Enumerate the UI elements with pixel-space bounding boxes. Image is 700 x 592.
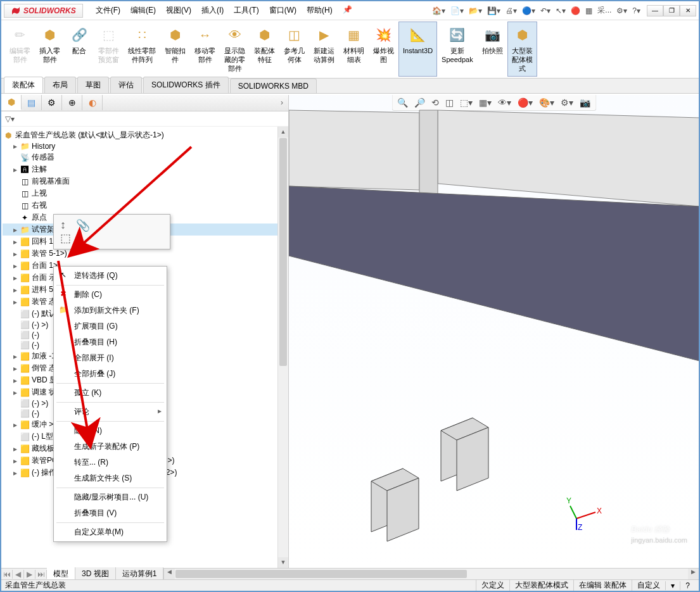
help-icon[interactable]: ?▾ [631, 6, 642, 15]
context-item[interactable]: 折叠项目 (V) [54, 505, 167, 521]
ribbon-btn-15[interactable]: 📷拍快照 [478, 22, 507, 77]
ribbon-btn-5[interactable]: ⬢智能扣 件 [160, 22, 190, 77]
expand-icon[interactable]: ▸ [11, 286, 19, 294]
close-button[interactable]: ✕ [680, 5, 696, 16]
expand-icon[interactable]: ▸ [11, 261, 19, 270]
tree-filter[interactable]: ▽▾ [1, 111, 288, 127]
expand-icon[interactable]: ▸ [11, 165, 19, 174]
ribbon-btn-16[interactable]: ⬢大型装 配体模 式 [507, 22, 537, 77]
context-item[interactable]: 隐藏/显示树项目... (U) [54, 489, 167, 505]
print-icon[interactable]: 🖨▾ [504, 6, 518, 15]
undo-icon[interactable]: ↶▾ [539, 6, 552, 15]
tab-0[interactable]: 装配体 [4, 77, 43, 93]
ribbon-btn-7[interactable]: 👁显示隐 藏的零 部件 [220, 22, 250, 77]
context-item[interactable]: 生成新子装配体 (P) [54, 439, 167, 455]
menu-window[interactable]: 窗口(W) [264, 3, 302, 18]
options-icon[interactable]: 🔴 [570, 6, 582, 15]
expand-icon[interactable]: ▸ [11, 298, 19, 306]
expand-icon[interactable]: ▸ [11, 237, 19, 246]
context-item[interactable]: 全部折叠 (J) [54, 366, 167, 382]
panel-tab-config-icon[interactable]: ⚙ [42, 95, 62, 110]
menu-file[interactable]: 文件(F) [91, 3, 125, 18]
viewport[interactable]: 🔍 🔎 ⟲ ◫ ⬚▾ ▦▾ 👁▾ 🔴▾ 🎨▾ ⚙▾ 📷 🏠 ⬢ 📂 🅰 ◐ 🔴 … [289, 95, 699, 568]
hscroll-left-icon[interactable]: ◀ [164, 569, 175, 579]
expand-icon[interactable]: ▸ [11, 388, 19, 397]
mini-box-icon[interactable]: ⬚ [60, 231, 71, 245]
menu-view[interactable]: 视图(V) [161, 3, 196, 18]
expand-icon[interactable]: ▸ [11, 142, 19, 151]
tree-item[interactable]: ▸🅰注解 [3, 163, 287, 175]
panel-tab-expand-icon[interactable]: › [103, 95, 288, 111]
ribbon-btn-0[interactable]: ✏编辑零 部件 [5, 22, 35, 77]
tree-item[interactable]: ▸📁History [3, 141, 287, 151]
tree-item[interactable]: ◫右视 [3, 199, 287, 211]
context-item[interactable]: ✖删除 (C) [54, 287, 167, 303]
context-item[interactable]: 📁添加到新文件夹 (F) [54, 303, 167, 318]
rebuild-icon[interactable]: 🔵▾ [521, 6, 537, 15]
tree-item[interactable]: 📡传感器 [3, 151, 287, 163]
ext-label[interactable]: 采... [596, 5, 613, 16]
settings-icon[interactable]: ⚙▾ [615, 6, 628, 15]
context-item[interactable]: 转至... (R) [54, 455, 167, 470]
tab-5[interactable]: SOLIDWORKS MBD [230, 79, 317, 93]
status-help-icon[interactable]: ? [680, 581, 695, 590]
tab-next-icon[interactable]: ▶ [24, 570, 35, 579]
context-item[interactable]: 孤立 (K) [54, 385, 167, 401]
tab-1[interactable]: 布局 [44, 77, 76, 93]
grid-icon[interactable]: ▦ [584, 6, 594, 15]
maximize-button[interactable]: ❐ [663, 5, 680, 16]
scroll-thumb[interactable] [279, 138, 287, 366]
tree-item[interactable]: ◫上视 [3, 187, 287, 199]
mini-move-icon[interactable]: ↕ [60, 218, 66, 232]
context-item[interactable]: 扩展项目 (G) [54, 318, 167, 334]
ribbon-btn-9[interactable]: ◫参考几 何体 [279, 22, 309, 77]
context-item[interactable]: 自定义菜单(M) [54, 524, 167, 540]
minimize-button[interactable]: — [647, 5, 663, 16]
menu-tools[interactable]: 工具(T) [229, 3, 264, 18]
scroll-down-icon[interactable]: ▼ [278, 557, 288, 568]
bottom-tab-model[interactable]: 模型 [47, 567, 75, 581]
expand-icon[interactable]: ▸ [11, 444, 19, 453]
expand-icon[interactable]: ▸ [11, 249, 19, 258]
expand-icon[interactable]: ▸ [11, 352, 19, 361]
expand-icon[interactable]: ▸ [11, 364, 19, 373]
context-item[interactable]: 折叠项目 (H) [54, 334, 167, 350]
context-item[interactable]: 全部展开 (I) [54, 350, 167, 366]
expand-icon[interactable]: ▸ [11, 457, 19, 465]
tab-3[interactable]: 评估 [110, 77, 142, 93]
ribbon-btn-13[interactable]: 📐Instant3D [398, 22, 437, 77]
hscroll-thumb[interactable] [175, 570, 467, 578]
ribbon-btn-8[interactable]: ⬢装配体 特征 [250, 22, 279, 77]
ribbon-btn-1[interactable]: ⬢插入零 部件 [35, 22, 65, 77]
panel-tab-property-icon[interactable]: ▤ [22, 95, 42, 110]
status-custom[interactable]: 自定义 [632, 580, 665, 591]
menu-edit[interactable]: 编辑(E) [125, 3, 161, 18]
tab-prev-icon[interactable]: ◀ [13, 570, 24, 579]
expand-icon[interactable]: ▸ [11, 274, 19, 282]
mini-clip-icon[interactable]: 📎 [76, 218, 90, 232]
ribbon-btn-10[interactable]: ▶新建运 动算例 [309, 22, 339, 77]
context-item[interactable]: ↖逆转选择 (Q) [54, 268, 167, 284]
menu-insert[interactable]: 插入(I) [196, 3, 229, 18]
tree-root[interactable]: ⬢ 采血管生产线总装 (默认<默认_显示状态-1>) [3, 129, 287, 141]
ribbon-btn-2[interactable]: 🔗配合 [65, 22, 94, 77]
bottom-tab-motion[interactable]: 运动算例1 [116, 567, 164, 581]
tree-scrollbar[interactable]: ▲ ▼ [277, 127, 288, 568]
context-item[interactable]: 隐藏 (N) [54, 423, 167, 439]
context-item[interactable]: 生成新文件夹 (S) [54, 470, 167, 486]
ribbon-btn-14[interactable]: 🔄更新 Speedpak [437, 22, 478, 77]
ribbon-btn-3[interactable]: ⬚零部件 预览窗 [94, 22, 124, 77]
menu-help[interactable]: 帮助(H) [302, 3, 338, 18]
tab-last-icon[interactable]: ⏭ [35, 570, 47, 579]
context-item[interactable]: 评论▸ [54, 404, 167, 420]
expand-icon[interactable]: ▸ [11, 420, 19, 429]
ribbon-btn-12[interactable]: 💥爆炸视 图 [369, 22, 398, 77]
tree-item[interactable]: ◫前视基准面 [3, 175, 287, 187]
panel-tab-appearance-icon[interactable]: ◐ [82, 95, 103, 110]
menu-pin-icon[interactable]: 📌 [338, 3, 357, 18]
home-icon[interactable]: 🏠▾ [431, 6, 447, 15]
expand-icon[interactable]: ▸ [11, 376, 19, 385]
ribbon-btn-11[interactable]: ▦材料明 细表 [339, 22, 369, 77]
expand-icon[interactable]: ▸ [11, 225, 19, 234]
ribbon-btn-4[interactable]: ∷线性零部 件阵列 [124, 22, 160, 77]
